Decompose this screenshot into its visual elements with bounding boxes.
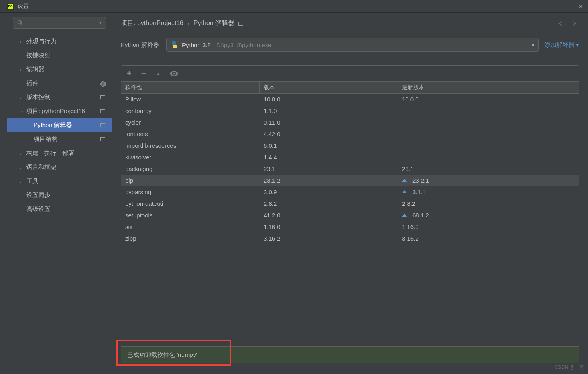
table-row[interactable]: setuptools41.2.068.1.2 xyxy=(121,209,579,221)
cell-package-name: python-dateutil xyxy=(121,198,260,209)
table-row[interactable]: fonttools4.42.0 xyxy=(121,128,579,140)
sidebar-item[interactable]: 高级设置 xyxy=(7,202,112,216)
sidebar-item[interactable]: ›编辑器 xyxy=(7,62,112,76)
add-interpreter-link[interactable]: 添加解释器 ▾ xyxy=(544,41,579,49)
sidebar-item[interactable]: 设置同步 xyxy=(7,188,112,202)
cell-version: 23.1 xyxy=(260,163,398,175)
interpreter-name: Python 3.8 xyxy=(182,42,211,48)
table-row[interactable]: cycler0.11.0 xyxy=(121,117,579,128)
cell-latest: 68.1.2 xyxy=(398,209,579,221)
cell-latest: 23.2.1 xyxy=(398,175,579,186)
python-icon xyxy=(171,41,178,48)
sidebar-item-label: 版本控制 xyxy=(26,94,100,101)
table-row[interactable]: packaging23.123.1 xyxy=(121,163,579,175)
project-badge-icon xyxy=(100,109,107,114)
table-row[interactable]: six1.16.01.16.0 xyxy=(121,221,579,233)
close-icon[interactable]: ✕ xyxy=(578,3,583,10)
cell-package-name: packaging xyxy=(121,163,260,175)
sidebar-item[interactable]: ›构建、执行、部署 xyxy=(7,146,112,160)
nav-forward-icon[interactable] xyxy=(570,20,578,27)
cell-version: 4.42.0 xyxy=(260,128,398,140)
tree-arrow-icon: ⌄ xyxy=(20,109,26,114)
cell-package-name: setuptools xyxy=(121,209,260,221)
package-list: Pillow10.0.010.0.0contourpy1.1.0cycler0.… xyxy=(121,94,579,346)
sidebar-item[interactable]: 按键映射 xyxy=(7,48,112,62)
cell-version: 0.11.0 xyxy=(260,117,398,128)
sidebar-item-label: 设置同步 xyxy=(26,191,107,199)
sidebar-item-label: 工具 xyxy=(26,177,107,185)
upgrade-package-button[interactable]: ▲ xyxy=(156,71,161,76)
table-row[interactable]: importlib-resources6.0.1 xyxy=(121,140,579,151)
sidebar-item-label: 构建、执行、部署 xyxy=(26,149,107,157)
table-row[interactable]: pyparsing3.0.93.1.1 xyxy=(121,186,579,198)
cell-latest xyxy=(398,140,579,151)
table-row[interactable]: contourpy1.1.0 xyxy=(121,105,579,117)
sidebar-item-label: 外观与行为 xyxy=(26,38,107,45)
left-gutter xyxy=(0,13,7,374)
sidebar-item[interactable]: ›工具 xyxy=(7,174,112,188)
search-input[interactable]: ▾ xyxy=(13,17,106,29)
tree-arrow-icon: › xyxy=(20,95,26,100)
cell-version: 6.0.1 xyxy=(260,140,398,151)
sidebar-item[interactable]: ›版本控制 xyxy=(7,90,112,104)
upgrade-arrow-icon xyxy=(402,213,407,217)
cell-version: 10.0.0 xyxy=(260,94,398,105)
sidebar-item-label: 项目结构 xyxy=(34,135,100,143)
cell-version: 2.8.2 xyxy=(260,198,398,209)
sidebar: ▾ ›外观与行为按键映射›编辑器插件🅐›版本控制⌄项目: pythonProje… xyxy=(7,13,112,374)
window-title: 设置 xyxy=(18,3,29,10)
add-package-button[interactable]: + xyxy=(127,69,132,78)
cell-version: 3.16.2 xyxy=(260,233,398,244)
cell-latest: 3.1.1 xyxy=(398,186,579,198)
tree-arrow-icon: › xyxy=(20,165,26,170)
sidebar-item[interactable]: ›语言和框架 xyxy=(7,160,112,174)
sidebar-item[interactable]: 项目结构 xyxy=(7,132,112,146)
column-package[interactable]: 软件包 xyxy=(121,82,260,93)
table-row[interactable]: kiwisolver1.4.4 xyxy=(121,151,579,163)
sidebar-item-label: 按键映射 xyxy=(26,52,107,59)
nav-back-icon[interactable] xyxy=(557,20,565,27)
table-row[interactable]: python-dateutil2.8.22.8.2 xyxy=(121,198,579,209)
table-row[interactable]: Pillow10.0.010.0.0 xyxy=(121,94,579,105)
interpreter-dropdown[interactable]: Python 3.8 D:\py3_8\python.exe ▾ xyxy=(166,38,539,52)
cell-package-name: importlib-resources xyxy=(121,140,260,151)
tree-arrow-icon: › xyxy=(20,39,26,44)
package-toolbar: + − ▲ xyxy=(121,66,579,82)
tree-arrow-icon: › xyxy=(20,179,26,184)
breadcrumb-page: Python 解释器 xyxy=(194,19,234,28)
sidebar-item[interactable]: Python 解释器 xyxy=(7,118,112,132)
cell-latest: 23.1 xyxy=(398,163,579,175)
tree-arrow-icon: › xyxy=(20,67,26,72)
sidebar-item[interactable]: ›外观与行为 xyxy=(7,34,112,48)
chevron-down-icon: ▾ xyxy=(532,42,534,48)
cell-version: 3.0.9 xyxy=(260,186,398,198)
sidebar-item[interactable]: 插件🅐 xyxy=(7,76,112,90)
cell-latest: 2.8.2 xyxy=(398,198,579,209)
cell-latest xyxy=(398,151,579,163)
project-badge-icon xyxy=(100,137,107,142)
interpreter-label: Python 解释器: xyxy=(121,41,161,49)
cell-latest xyxy=(398,128,579,140)
chevron-down-icon: ▾ xyxy=(576,41,579,48)
status-message: 已成功卸载软件包 'numpy' xyxy=(127,351,197,359)
table-row[interactable]: zipp3.16.23.16.2 xyxy=(121,233,579,244)
cell-package-name: contourpy xyxy=(121,105,260,117)
package-table-header: 软件包 版本 最新版本 xyxy=(121,82,579,94)
watermark: CSDN @一剪 xyxy=(554,364,584,371)
cell-package-name: six xyxy=(121,221,260,233)
cell-package-name: Pillow xyxy=(121,94,260,105)
cell-version: 1.16.0 xyxy=(260,221,398,233)
tree-arrow-icon: › xyxy=(20,151,26,156)
sidebar-item-label: 编辑器 xyxy=(26,66,107,73)
project-badge-icon xyxy=(100,95,107,100)
column-version[interactable]: 版本 xyxy=(260,82,398,93)
breadcrumb: 项目: pythonProject16 › Python 解释器 xyxy=(112,13,588,33)
show-early-releases-button[interactable] xyxy=(170,71,178,76)
settings-tree: ›外观与行为按键映射›编辑器插件🅐›版本控制⌄项目: pythonProject… xyxy=(7,34,112,374)
remove-package-button[interactable]: − xyxy=(141,68,146,79)
column-latest[interactable]: 最新版本 xyxy=(398,82,579,93)
search-icon xyxy=(17,20,23,26)
sidebar-item-label: 项目: pythonProject16 xyxy=(26,107,100,115)
table-row[interactable]: pip23.1.223.2.1 xyxy=(121,175,579,186)
sidebar-item[interactable]: ⌄项目: pythonProject16 xyxy=(7,104,112,118)
